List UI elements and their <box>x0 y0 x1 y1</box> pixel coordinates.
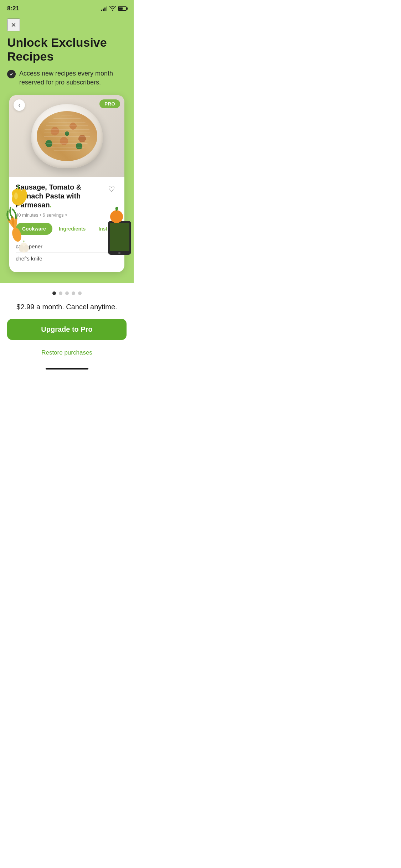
price-text: $2.99 a month. Cancel anytime. <box>7 303 127 311</box>
battery-icon <box>118 6 127 11</box>
status-icons <box>101 6 127 12</box>
dot-5 <box>78 291 82 295</box>
svg-point-6 <box>19 245 24 252</box>
svg-point-10 <box>118 252 120 254</box>
dot-1 <box>52 291 56 295</box>
restore-purchases-button[interactable]: Restore purchases <box>7 346 127 359</box>
home-indicator <box>7 365 127 370</box>
orange-decoration <box>109 207 125 226</box>
home-bar <box>46 368 88 370</box>
status-time: 8:21 <box>7 5 19 12</box>
cookware-item: chef's knife <box>16 253 118 264</box>
heart-icon: ♡ <box>108 185 115 194</box>
chevron-left-icon: ‹ <box>19 102 20 108</box>
pagination-dots <box>7 291 127 295</box>
svg-point-0 <box>11 227 23 243</box>
svg-point-11 <box>110 210 123 223</box>
cookware-list: can opener chef's knife <box>16 241 118 266</box>
subtitle-text: Access new recipes every month reserved … <box>19 69 127 87</box>
dot-4 <box>72 291 75 295</box>
tablet-decoration <box>106 221 133 258</box>
dot-3 <box>65 291 69 295</box>
recipe-meta: 40 minutes • 6 servings ▾ <box>16 212 118 218</box>
tab-ingredients[interactable]: Ingredients <box>52 223 92 235</box>
promo-section: × Unlock Exclusive Recipes ✓ Access new … <box>0 15 134 283</box>
favorite-button[interactable]: ♡ <box>105 183 118 196</box>
close-button[interactable]: × <box>7 19 20 31</box>
recipe-title: Sausage, Tomato & Spinach Pasta with Par… <box>16 183 105 210</box>
recipe-image: ‹ PRO <box>9 95 124 177</box>
close-icon: × <box>11 20 16 30</box>
servings-dropdown-icon: ▾ <box>65 213 67 217</box>
cookware-item: can opener <box>16 241 118 253</box>
upgrade-button[interactable]: Upgrade to Pro <box>7 319 127 340</box>
page-title: Unlock Exclusive Recipes <box>7 36 127 63</box>
recipe-card-wrapper: ‹ PRO Sausage, Tomato & Spinach Pasta wi… <box>7 95 127 272</box>
svg-rect-9 <box>110 223 129 251</box>
signal-icon <box>101 6 107 11</box>
subtitle-row: ✓ Access new recipes every month reserve… <box>7 69 127 87</box>
dot-2 <box>59 291 62 295</box>
recipe-title-row: Sausage, Tomato & Spinach Pasta with Par… <box>16 183 118 210</box>
pro-badge: PRO <box>99 99 120 108</box>
status-bar: 8:21 <box>0 0 134 15</box>
prev-recipe-button[interactable]: ‹ <box>14 99 25 111</box>
svg-point-7 <box>24 245 29 252</box>
recipe-tabs: Cookware Ingredients Instructions <box>16 223 118 235</box>
wifi-icon <box>109 6 116 12</box>
purchase-section: $2.99 a month. Cancel anytime. Upgrade t… <box>0 283 134 380</box>
check-icon: ✓ <box>7 70 16 78</box>
